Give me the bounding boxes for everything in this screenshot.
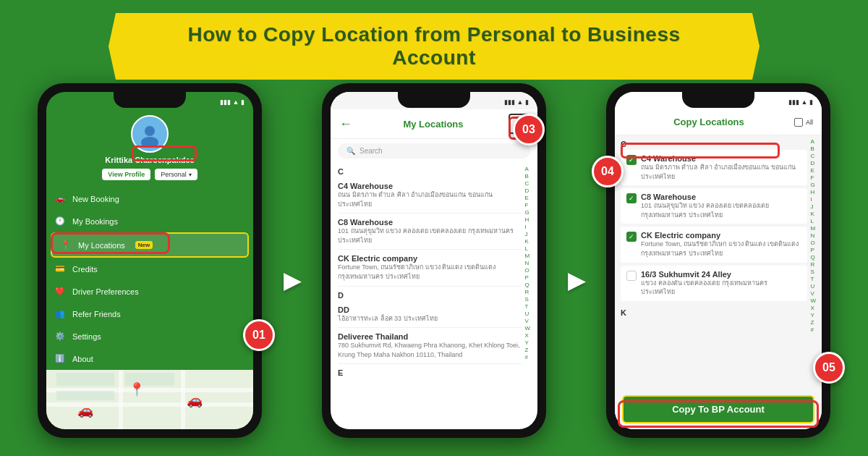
menu-item-my-bookings[interactable]: 🕐 My Bookings bbox=[46, 210, 253, 232]
screen-title: My Locations bbox=[358, 119, 509, 130]
phone2-content: ▮▮▮ ▲ ▮ ← My Locations ⎘ 🔍 Search C bbox=[331, 92, 537, 429]
list-item-dd[interactable]: DD ไอ้อาหารทะเล ล็อค 33 ประเทศไทย bbox=[338, 301, 522, 329]
map-pin: 📍 bbox=[129, 381, 145, 397]
locations-content: C C4 Warehouse ถนน มิตรภาพ ตำบล ศิลา อำเ… bbox=[338, 163, 522, 429]
menu-item-settings[interactable]: ⚙️ Settings bbox=[46, 325, 253, 347]
step-badge-04: 04 bbox=[592, 156, 624, 187]
map-pin-2: 🚗 bbox=[187, 392, 203, 408]
checkbox-c8[interactable]: ✓ bbox=[626, 193, 637, 203]
letter-e: E bbox=[338, 364, 522, 379]
all-checkbox[interactable] bbox=[794, 118, 803, 127]
phone3-content: ▮▮▮ ▲ ▮ Copy Locations All C ✓ bbox=[615, 92, 822, 429]
phone-2: ▮▮▮ ▲ ▮ ← My Locations ⎘ 🔍 Search C bbox=[322, 83, 546, 438]
search-bar[interactable]: 🔍 Search bbox=[338, 143, 530, 159]
list-item-c8[interactable]: C8 Warehouse 101 ถนนสุขุมวิท แขวง คลองเต… bbox=[338, 214, 522, 250]
alphabet-bar: ABCDE FGHIJ KLMNO PQRST UVWXY Z# bbox=[524, 163, 530, 429]
menu-item-about[interactable]: ℹ️ About bbox=[46, 347, 253, 370]
new-badge: New bbox=[135, 241, 153, 249]
copy-content: C ✓ C4 Warehouse ถนน มิตรภาพ ตำบล ศิลา อ… bbox=[621, 135, 807, 389]
phone-2-screen: ▮▮▮ ▲ ▮ ← My Locations ⎘ 🔍 Search C bbox=[331, 92, 537, 429]
all-label: All bbox=[806, 119, 813, 126]
alphabet-bar-3: ABCDE FGHIJ KLMNO PQRST UVWXY Z# bbox=[810, 135, 816, 389]
search-placeholder: Search bbox=[359, 147, 383, 155]
notch-2 bbox=[398, 92, 470, 108]
phone1-content: ▮▮▮ ▲ ▮ Krittika Charoenpakdee View Prof… bbox=[46, 92, 253, 429]
phones-area: ▮▮▮ ▲ ▮ Krittika Charoenpakdee View Prof… bbox=[0, 76, 868, 456]
back-button[interactable]: ← bbox=[339, 117, 352, 132]
menu-item-credits[interactable]: 💳 Credits bbox=[46, 258, 253, 280]
user-name: Krittika Charoenpakdee bbox=[105, 156, 194, 164]
phone-3: ▮▮▮ ▲ ▮ Copy Locations All C ✓ bbox=[606, 83, 830, 438]
menu-label: Refer Friends bbox=[72, 310, 121, 318]
checkbox-ck[interactable]: ✓ bbox=[626, 232, 637, 242]
menu-label: My Locations bbox=[78, 241, 125, 250]
copy-list: C ✓ C4 Warehouse ถนน มิตรภาพ ตำบล ศิลา อ… bbox=[615, 135, 822, 389]
copy-btn-area: Copy To BP Account bbox=[615, 389, 822, 429]
heart-icon: ❤️ bbox=[55, 287, 65, 296]
phone-3-screen: ▮▮▮ ▲ ▮ Copy Locations All C ✓ bbox=[615, 92, 822, 429]
letter-d: D bbox=[338, 287, 522, 301]
copy-letter-k: K bbox=[621, 304, 807, 318]
map-pin-3: 🚗 bbox=[77, 402, 93, 418]
step-badge-01: 01 bbox=[243, 319, 275, 351]
copy-item-suk24[interactable]: ✓ 16/3 Sukhumvit 24 Alley แขวง คลองตัน เ… bbox=[621, 266, 807, 301]
copy-item-c4[interactable]: ✓ C4 Warehouse ถนน มิตรภาพ ตำบล ศิลา อำเ… bbox=[621, 150, 807, 185]
account-selector[interactable]: Personal bbox=[155, 169, 197, 180]
map-preview: 📍 🚗 🚗 bbox=[46, 370, 253, 429]
arrow-2: ▶ bbox=[568, 268, 584, 293]
banner-title: How to Copy Location from Personal to Bu… bbox=[152, 23, 716, 69]
menu-item-new-booking[interactable]: 🚗 New Booking bbox=[46, 187, 253, 210]
menu-label: Driver Preferences bbox=[72, 287, 139, 296]
menu-label: About bbox=[72, 355, 93, 363]
menu-item-refer[interactable]: 👥 Refer Friends bbox=[46, 303, 253, 325]
step-badge-03: 03 bbox=[513, 114, 545, 145]
notch-1 bbox=[114, 92, 186, 108]
list-item-ck[interactable]: CK Electric company Fortune Town, ถนนรัช… bbox=[338, 250, 522, 286]
profile-row: View Profile Personal bbox=[54, 169, 246, 180]
copy-item-c8[interactable]: ✓ C8 Warehouse 101 ถนนสุขุมวิท แขวง คลอง… bbox=[621, 188, 807, 224]
checkbox-suk24[interactable]: ✓ bbox=[626, 271, 637, 281]
phone-1: ▮▮▮ ▲ ▮ Krittika Charoenpakdee View Prof… bbox=[38, 83, 262, 438]
copy-to-bp-button[interactable]: Copy To BP Account bbox=[622, 395, 814, 423]
copy-locations-title: Copy Locations bbox=[624, 117, 794, 127]
arrow-1: ▶ bbox=[284, 268, 300, 293]
menu-item-driver-prefs[interactable]: ❤️ Driver Preferences bbox=[46, 280, 253, 303]
clock-icon: 🕐 bbox=[55, 216, 65, 226]
info-icon: ℹ️ bbox=[55, 354, 65, 363]
search-icon: 🔍 bbox=[346, 147, 355, 155]
location-pin-icon: 📍 bbox=[61, 240, 71, 250]
letter-c: C bbox=[338, 163, 522, 177]
step-badge-05: 05 bbox=[813, 352, 845, 384]
notch-3 bbox=[682, 92, 754, 108]
phone-1-screen: ▮▮▮ ▲ ▮ Krittika Charoenpakdee View Prof… bbox=[46, 92, 253, 429]
select-all[interactable]: All bbox=[794, 118, 813, 127]
phone2-header: ← My Locations ⎘ bbox=[331, 109, 537, 139]
people-icon: 👥 bbox=[55, 309, 65, 318]
copy-letter-c: C bbox=[621, 135, 807, 150]
checkbox-c4[interactable]: ✓ bbox=[626, 155, 637, 165]
view-profile-button[interactable]: View Profile bbox=[102, 169, 150, 180]
menu-label: Settings bbox=[72, 332, 101, 341]
menu-label: My Bookings bbox=[72, 217, 118, 226]
menu-list: 🚗 New Booking 🕐 My Bookings 📍 My Locatio… bbox=[46, 187, 253, 370]
svg-point-1 bbox=[141, 137, 158, 145]
profile-section: Krittika Charoenpakdee View Profile Pers… bbox=[46, 109, 253, 187]
car-icon: 🚗 bbox=[55, 194, 65, 203]
card-icon: 💳 bbox=[55, 264, 65, 274]
copy-item-ck[interactable]: ✓ CK Electric company Fortune Town, ถนนร… bbox=[621, 227, 807, 262]
phone3-header: Copy Locations All bbox=[615, 109, 822, 135]
gear-icon: ⚙️ bbox=[55, 332, 65, 341]
list-item-c4[interactable]: C4 Warehouse ถนน มิตรภาพ ตำบล ศิลา อำเภอ… bbox=[338, 177, 522, 214]
locations-list: C C4 Warehouse ถนน มิตรภาพ ตำบล ศิลา อำเ… bbox=[331, 163, 537, 429]
svg-point-0 bbox=[145, 126, 155, 136]
menu-label: New Booking bbox=[72, 195, 119, 203]
list-item-deliveree[interactable]: Deliveree Thailand 780 Sukhumvit Rd, Khw… bbox=[338, 328, 522, 364]
menu-label: Credits bbox=[72, 265, 98, 274]
banner: How to Copy Location from Personal to Bu… bbox=[109, 13, 760, 80]
menu-item-my-locations[interactable]: 📍 My Locations New bbox=[51, 232, 249, 258]
avatar bbox=[131, 115, 169, 153]
